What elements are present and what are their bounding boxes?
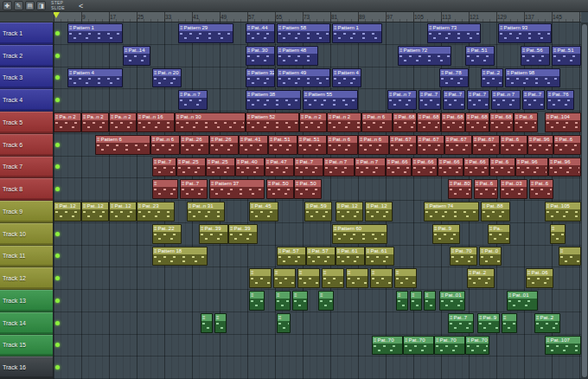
pattern-clip[interactable]: ≡Pat..78 [439, 68, 469, 88]
slip-tool-icon[interactable]: ◨ [36, 1, 46, 10]
pattern-clip[interactable]: ≡Pat..03 [500, 179, 527, 199]
pattern-clip[interactable]: ≡Pat..67 [389, 135, 417, 155]
pattern-clip[interactable]: ≡Pat..45 [249, 202, 278, 222]
pattern-clip[interactable]: ≡Pa..n 2 [81, 112, 109, 132]
paint-tool-icon[interactable]: ▤ [25, 1, 35, 10]
pattern-clip[interactable]: ≡Pat..76 [546, 90, 574, 110]
pattern-clip[interactable]: ≡Pat..n 6 [150, 135, 180, 155]
pattern-clip[interactable]: ≡Pat..66 [438, 157, 463, 177]
pattern-clip[interactable]: ≡Pa..n 2 [54, 112, 81, 132]
pattern-clip[interactable]: ≡Pat..96 [515, 157, 548, 177]
pattern-clip[interactable]: ≡Pat..9 [432, 224, 460, 244]
pattern-clip[interactable]: ≡Pat..7 [467, 90, 489, 110]
pattern-clip[interactable]: ≡Pat..57 [306, 247, 336, 267]
pattern-clip[interactable]: ≡Pattern 32 [246, 68, 275, 88]
pattern-clip[interactable]: ≡Pat..6 [489, 157, 515, 177]
pattern-clip[interactable]: ≡Pat..39 [199, 224, 228, 244]
pattern-clip[interactable]: ≡Pat..7 [443, 90, 465, 110]
pattern-clip[interactable]: ≡Pat..n 6 [361, 112, 393, 132]
pattern-clip[interactable]: ≡Pattern 52 [246, 112, 299, 132]
pattern-clip[interactable]: ≡Pa.. [488, 224, 510, 244]
pattern-clip[interactable]: ≡ [249, 291, 265, 311]
pattern-clip[interactable]: ≡Pat..70 [434, 336, 465, 356]
pattern-clip[interactable]: ≡Pat..96 [527, 135, 553, 155]
pattern-clip[interactable]: ≡ [410, 291, 422, 311]
pattern-clip[interactable]: ≡Pattern 6 [95, 135, 150, 155]
pattern-clip[interactable]: ≡Pattern 74 [424, 202, 479, 222]
scroll-left-arrow[interactable]: < [79, 1, 83, 11]
pattern-clip[interactable]: ≡Pat..66 [463, 157, 489, 177]
pattern-clip[interactable]: ≡Pat..23 [137, 202, 175, 222]
track-header[interactable]: Track 3 [0, 67, 53, 90]
track-header[interactable]: Track 15 [0, 335, 53, 357]
track-header[interactable]: Track 12 [0, 267, 53, 290]
pattern-clip[interactable]: ≡ [275, 291, 291, 311]
pattern-clip[interactable]: ≡Pat..12 [54, 202, 81, 222]
track-header[interactable]: Track 2 [0, 45, 53, 67]
pattern-clip[interactable]: ≡ [394, 268, 417, 288]
pattern-clip[interactable]: ≡ [502, 313, 517, 333]
pattern-clip[interactable]: ≡Pat..56 [521, 46, 550, 66]
pattern-clip[interactable]: ≡Pattern 37 [209, 179, 265, 199]
pattern-clip[interactable]: ≡ [249, 268, 272, 288]
pattern-clip[interactable]: ≡Pat..105 [545, 202, 581, 222]
track-header[interactable]: Track 4 [0, 89, 53, 112]
pattern-clip[interactable]: ≡Pat..59 [304, 202, 332, 222]
pattern-clip[interactable]: ≡Pa..n 7 [178, 90, 208, 110]
pattern-clip[interactable]: ≡ [318, 291, 334, 311]
pattern-clip[interactable]: ≡ [297, 268, 320, 288]
pattern-clip[interactable]: ≡Pat..57 [277, 247, 306, 267]
pattern-clip[interactable]: ≡Pat..26 [209, 135, 239, 155]
pattern-clip[interactable]: ≡ [559, 247, 581, 267]
pattern-clip[interactable]: ≡ [396, 291, 408, 311]
pattern-clip[interactable]: ≡Pattern 55 [303, 90, 358, 110]
pattern-clip[interactable]: ≡Pat..2 [467, 268, 495, 288]
pattern-clip[interactable]: ≡Pat..6 [529, 179, 553, 199]
pattern-clip[interactable]: ≡Pattern 98 [505, 68, 560, 88]
pattern-clip[interactable]: ≡Pattern 60 [332, 224, 387, 244]
pattern-clip[interactable]: ≡Pat..n 31 [187, 202, 225, 222]
pattern-clip[interactable]: ≡Pat..n 6 [327, 135, 358, 155]
pattern-clip[interactable]: ≡Pat..68 [489, 112, 514, 132]
pattern-clip[interactable]: ≡Pat..50 [266, 179, 294, 199]
pattern-clip[interactable]: ≡Pat..61 [365, 247, 394, 267]
pattern-clip[interactable]: ≡ [322, 268, 344, 288]
pattern-clip[interactable]: ≡Pat..50 [294, 179, 322, 199]
pattern-clip[interactable]: ≡Pat..70 [465, 336, 489, 356]
pattern-clip[interactable]: ≡Pat..22 [152, 224, 182, 244]
pattern-clip[interactable]: ≡Pat..44 [246, 23, 275, 43]
pattern-clip[interactable]: ≡Pat..6 [500, 135, 527, 155]
pattern-clip[interactable]: ≡Pat..68 [393, 112, 417, 132]
pattern-clip[interactable]: ≡Pat..51 [297, 135, 327, 155]
track-header[interactable]: Track 5 [0, 112, 53, 134]
pattern-clip[interactable]: ≡ [424, 291, 436, 311]
pattern-clip[interactable]: ≡Pat..7 [448, 313, 474, 333]
vertical-scrollbar-thumb[interactable] [582, 24, 587, 377]
pattern-clip[interactable]: ≡Pat..96 [548, 157, 581, 177]
pattern-clip[interactable]: ≡Pat..6 [474, 179, 498, 199]
pattern-clip[interactable]: ≡Pat..9 [477, 313, 500, 333]
pattern-clip[interactable]: ≡ [292, 291, 308, 311]
track-header[interactable]: Track 9 [0, 201, 53, 223]
pattern-clip[interactable]: ≡Pat..67 [417, 135, 444, 155]
pattern-clip[interactable]: ≡Pat..70 [450, 247, 477, 267]
pattern-clip[interactable]: ≡Pat..25 [176, 157, 206, 177]
pattern-clip[interactable]: ≡Pat..6 [553, 135, 581, 155]
pattern-clip[interactable]: ≡Pat..01 [439, 291, 465, 311]
pattern-clip[interactable]: ≡ [201, 313, 213, 333]
pattern-clip[interactable]: ≡Pattern 4 [67, 68, 123, 88]
pattern-clip[interactable]: ≡Pat..25 [206, 157, 235, 177]
track-header[interactable]: Track 6 [0, 134, 53, 157]
pattern-clip[interactable]: ≡Pat..12 [365, 202, 393, 222]
pattern-clip[interactable]: ≡Pat..7 [419, 90, 441, 110]
pattern-clip[interactable]: ≡Pat..12 [109, 202, 137, 222]
pencil-tool-icon[interactable]: ✎ [14, 1, 23, 10]
pattern-clip[interactable]: ≡Pat..n 2 [327, 112, 361, 132]
pattern-clip[interactable]: ≡Pat..47 [265, 157, 294, 177]
pattern-clip[interactable]: ≡Pattern 1 [67, 23, 123, 43]
playhead-marker-icon[interactable] [54, 12, 60, 18]
track-header[interactable]: Track 1 [0, 22, 53, 45]
pattern-clip[interactable]: ≡Pat..68 [465, 112, 489, 132]
pattern-clip[interactable]: ≡Pat..70 [403, 336, 434, 356]
pattern-clip[interactable]: ≡Pattern 4 [332, 68, 361, 88]
